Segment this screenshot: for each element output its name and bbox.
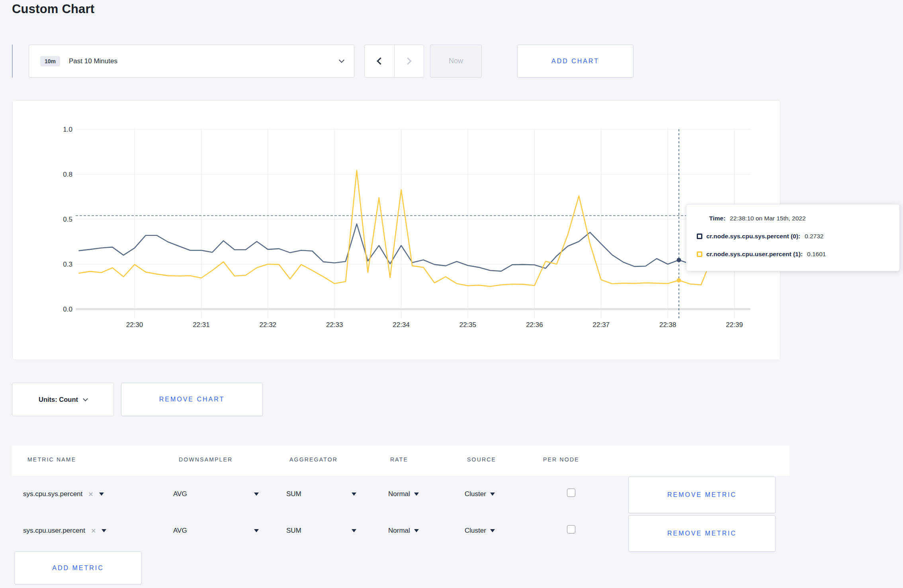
time-range-badge: 10m xyxy=(40,56,60,66)
source-select[interactable]: Cluster xyxy=(465,527,495,535)
next-range-button[interactable] xyxy=(394,45,424,77)
dropdown-caret-icon[interactable] xyxy=(102,529,106,532)
chart-tooltip: Time: 22:38:10 on Mar 15th, 2022 cr.node… xyxy=(686,204,900,271)
dropdown-caret-icon[interactable] xyxy=(414,529,419,532)
crosshair-dot-sys xyxy=(677,258,681,262)
x-tick-label: 22:39 xyxy=(726,321,743,329)
x-tick-label: 22:36 xyxy=(526,321,543,329)
chevron-right-icon xyxy=(405,57,412,64)
clear-metric-icon[interactable]: ✕ xyxy=(88,491,93,498)
metrics-table-header: METRIC NAME DOWNSAMPLER AGGREGATOR RATE … xyxy=(12,446,790,476)
x-tick-label: 22:32 xyxy=(260,321,277,329)
dropdown-caret-icon[interactable] xyxy=(414,493,419,496)
per-node-checkbox[interactable] xyxy=(567,525,575,533)
time-nav-group xyxy=(364,45,424,78)
dropdown-caret-icon[interactable] xyxy=(254,529,259,532)
y-tick-label: 0.8 xyxy=(63,171,72,178)
tooltip-series-row: cr.node.sys.cpu.user.percent (1): 0.1601 xyxy=(697,251,826,258)
remove-metric-button[interactable]: REMOVE METRIC xyxy=(628,477,776,513)
chevron-down-icon xyxy=(339,57,344,63)
units-dropdown[interactable]: Units: Count xyxy=(12,383,114,416)
y-tick-label: 0.3 xyxy=(63,261,72,268)
tooltip-time-label: Time: xyxy=(709,215,725,222)
dropdown-caret-icon[interactable] xyxy=(490,493,495,496)
page-title: Custom Chart xyxy=(12,2,94,16)
custom-chart-page: Custom Chart 10m Past 10 Minutes Now ADD… xyxy=(0,0,903,588)
crosshair-dot-user xyxy=(677,278,681,282)
per-node-checkbox[interactable] xyxy=(567,489,575,497)
sys-series-swatch-icon xyxy=(697,234,702,239)
col-header-downsampler: DOWNSAMPLER xyxy=(179,456,233,463)
y-tick-label: 0.5 xyxy=(63,216,72,223)
x-tick-label: 22:35 xyxy=(459,321,477,329)
col-header-per-node: PER NODE xyxy=(543,456,579,463)
metric-name-select[interactable]: sys.cpu.user.percent ✕ xyxy=(23,527,106,535)
now-button[interactable]: Now xyxy=(430,45,482,78)
dropdown-caret-icon[interactable] xyxy=(352,493,356,496)
remove-chart-button[interactable]: REMOVE CHART xyxy=(121,383,263,416)
tooltip-series-label: cr.node.sys.cpu.user.percent (1): xyxy=(706,251,803,258)
tooltip-time-row: Time: 22:38:10 on Mar 15th, 2022 xyxy=(709,215,806,222)
x-tick-label: 22:34 xyxy=(393,321,410,329)
tooltip-series-value: 0.2732 xyxy=(805,233,823,240)
chevron-down-icon xyxy=(83,396,88,401)
dropdown-caret-icon[interactable] xyxy=(352,529,356,532)
tooltip-series-row: cr.node.sys.cpu.sys.percent (0): 0.2732 xyxy=(697,233,823,240)
col-header-aggregator: AGGREGATOR xyxy=(289,456,338,463)
add-metric-button[interactable]: ADD METRIC xyxy=(14,551,142,584)
downsampler-select[interactable]: AVG xyxy=(173,490,259,498)
rate-select[interactable]: Normal xyxy=(388,490,419,498)
rate-select[interactable]: Normal xyxy=(388,527,419,535)
time-range-label: Past 10 Minutes xyxy=(69,57,340,65)
x-tick-label: 22:38 xyxy=(659,321,676,329)
y-tick-label: 0.0 xyxy=(63,306,72,313)
time-range-dropdown[interactable]: 10m Past 10 Minutes xyxy=(29,45,354,78)
dropdown-caret-icon[interactable] xyxy=(254,493,259,496)
tooltip-series-value: 0.1601 xyxy=(807,251,826,258)
chevron-left-icon xyxy=(377,57,384,64)
units-label: Units: Count xyxy=(39,396,78,403)
dropdown-caret-icon[interactable] xyxy=(490,529,495,532)
dropdown-caret-icon[interactable] xyxy=(99,493,104,496)
user-series-swatch-icon xyxy=(697,251,702,257)
x-tick-label: 22:30 xyxy=(126,321,143,329)
tooltip-series-label: cr.node.sys.cpu.sys.percent (0): xyxy=(706,233,800,240)
aggregator-select[interactable]: SUM xyxy=(286,527,356,535)
remove-metric-button[interactable]: REMOVE METRIC xyxy=(628,515,776,552)
col-header-rate: RATE xyxy=(390,456,408,463)
add-chart-button[interactable]: ADD CHART xyxy=(517,45,633,78)
col-header-metric-name: METRIC NAME xyxy=(27,456,76,463)
source-select[interactable]: Cluster xyxy=(465,490,495,498)
downsampler-select[interactable]: AVG xyxy=(173,527,259,535)
toolbar-divider xyxy=(12,45,13,78)
clear-metric-icon[interactable]: ✕ xyxy=(91,527,96,535)
x-tick-label: 22:37 xyxy=(593,321,610,329)
metric-name-select[interactable]: sys.cpu.sys.percent ✕ xyxy=(23,490,104,498)
y-tick-label: 1.0 xyxy=(63,126,72,133)
series-line-user xyxy=(79,170,746,286)
col-header-source: SOURCE xyxy=(467,456,496,463)
prev-range-button[interactable] xyxy=(365,45,394,77)
x-tick-label: 22:33 xyxy=(326,321,343,329)
tooltip-time-value: 22:38:10 on Mar 15th, 2022 xyxy=(730,215,805,222)
aggregator-select[interactable]: SUM xyxy=(286,490,356,498)
chart-plot-area[interactable]: 0.00.30.50.81.022:3022:3122:3222:3322:34… xyxy=(12,100,780,360)
x-tick-label: 22:31 xyxy=(193,321,210,329)
